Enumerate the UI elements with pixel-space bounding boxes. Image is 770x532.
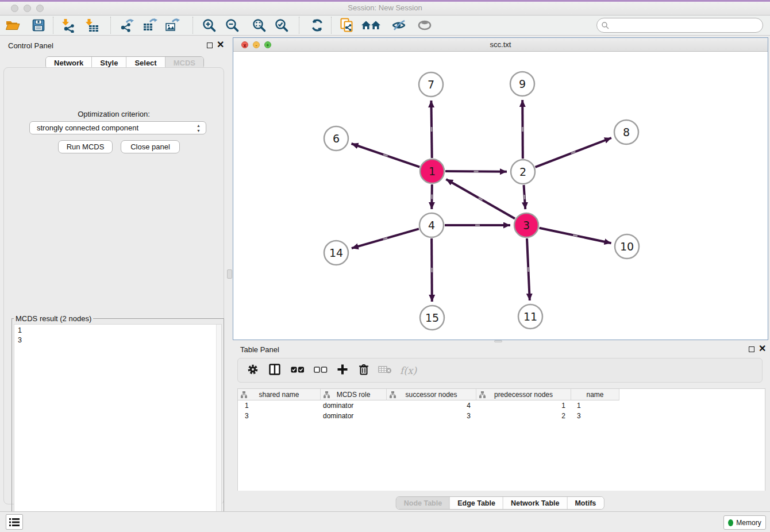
svg-text:14: 14: [329, 246, 343, 259]
column-header-shared-name[interactable]: shared name: [238, 389, 321, 400]
svg-text:9: 9: [519, 78, 526, 90]
cell-successor-nodes[interactable]: 4: [387, 400, 476, 411]
zoom-in-icon[interactable]: [202, 18, 217, 33]
node-11[interactable]: 11: [518, 304, 542, 329]
clone-network-icon[interactable]: [339, 18, 354, 33]
close-panel-icon[interactable]: ✕: [217, 41, 224, 49]
svg-text:3: 3: [523, 219, 530, 232]
svg-text:11: 11: [523, 310, 537, 323]
export-network-icon[interactable]: [120, 18, 134, 33]
function-builder-icon[interactable]: f(x): [400, 365, 417, 376]
svg-text:2: 2: [519, 165, 526, 178]
save-session-icon[interactable]: [31, 18, 46, 33]
mcds-result-group: MCDS result (2 nodes) 13: [11, 314, 224, 531]
node-table[interactable]: shared nameMCDS rolesuccessor nodesprede…: [237, 388, 765, 491]
node-1[interactable]: 1: [420, 159, 444, 183]
home-apply-layout-icon[interactable]: [361, 18, 382, 33]
deselect-all-columns-icon[interactable]: [314, 365, 328, 376]
criterion-dropdown[interactable]: strongly connected component ▲▼: [29, 121, 206, 134]
svg-text:6: 6: [333, 132, 340, 145]
memory-status-dot: [728, 519, 733, 526]
refresh-view-icon[interactable]: [310, 18, 325, 33]
delete-column-icon[interactable]: [358, 364, 369, 377]
svg-text:10: 10: [620, 240, 634, 253]
close-panel-button[interactable]: Close panel: [121, 140, 180, 153]
search-input[interactable]: [612, 19, 759, 32]
column-model-icon: [390, 391, 396, 398]
show-graphics-details-icon[interactable]: [417, 18, 432, 33]
table-row[interactable]: 3dominator323: [238, 411, 765, 421]
table-row[interactable]: 1dominator411: [238, 400, 765, 411]
export-image-icon[interactable]: [165, 18, 180, 33]
tab-mcds[interactable]: MCDS: [165, 57, 203, 68]
run-mcds-button[interactable]: Run MCDS: [58, 140, 113, 153]
delete-table-icon[interactable]: [378, 364, 392, 377]
column-header-MCDS-role[interactable]: MCDS role: [321, 389, 387, 400]
tab-network-table[interactable]: Network Table: [503, 497, 568, 509]
export-table-icon[interactable]: [143, 18, 157, 33]
cell-predecessor-nodes[interactable]: 2: [476, 411, 571, 421]
tab-network[interactable]: Network: [46, 57, 92, 68]
zoom-fit-icon[interactable]: [252, 18, 267, 33]
node-10[interactable]: 10: [615, 234, 639, 259]
window-titlebar: Session: New Session: [0, 0, 770, 16]
toolbar-separator: [110, 17, 111, 34]
column-header-successor-nodes[interactable]: successor nodes: [387, 389, 476, 400]
task-history-button[interactable]: [6, 514, 23, 530]
float-panel-icon[interactable]: [207, 43, 213, 48]
hide-graphics-details-icon[interactable]: [391, 18, 406, 33]
cell-shared-name[interactable]: 1: [238, 400, 321, 411]
select-all-columns-icon[interactable]: [291, 365, 305, 376]
column-header-name[interactable]: name: [571, 389, 619, 400]
result-scrollbar[interactable]: [216, 325, 221, 529]
node-6[interactable]: 6: [324, 126, 348, 151]
column-header-label: successor nodes: [405, 391, 457, 399]
vertical-splitter-grip[interactable]: [227, 269, 232, 279]
node-7[interactable]: 7: [419, 72, 443, 97]
import-network-icon[interactable]: [61, 18, 76, 33]
node-2[interactable]: 2: [511, 160, 535, 184]
zoom-selected-icon[interactable]: [274, 18, 289, 33]
add-column-icon[interactable]: [337, 364, 348, 377]
cell-MCDS-role[interactable]: dominator: [321, 411, 387, 421]
open-file-icon[interactable]: [5, 18, 20, 33]
tab-style[interactable]: Style: [92, 57, 126, 68]
node-4[interactable]: 4: [419, 213, 444, 237]
node-8[interactable]: 8: [614, 120, 638, 144]
settings-gear-icon[interactable]: [247, 364, 259, 377]
column-header-label: shared name: [259, 391, 299, 399]
cell-shared-name[interactable]: 3: [238, 411, 321, 421]
tab-motifs[interactable]: Motifs: [567, 497, 603, 509]
header-filler: [619, 389, 765, 400]
control-panel: Control Panel ✕ NetworkStyleSelectMCDS O…: [0, 37, 228, 511]
cell-successor-nodes[interactable]: 3: [387, 411, 476, 421]
column-layout-icon[interactable]: [269, 364, 280, 377]
import-table-icon[interactable]: [84, 18, 99, 33]
zoom-out-icon[interactable]: [225, 18, 240, 33]
tab-edge-table[interactable]: Edge Table: [450, 497, 503, 509]
node-15[interactable]: 15: [420, 306, 444, 330]
cell-name[interactable]: 1: [571, 400, 619, 411]
column-header-label: predecessor nodes: [494, 391, 553, 399]
network-canvas[interactable]: 1234678910111415: [233, 52, 768, 340]
mcds-result-title: MCDS result (2 nodes): [14, 314, 93, 323]
horizontal-splitter-grip[interactable]: [494, 340, 502, 342]
mcds-result-textarea[interactable]: 13: [14, 324, 222, 529]
column-header-predecessor-nodes[interactable]: predecessor nodes: [476, 389, 571, 400]
node-14[interactable]: 14: [324, 241, 348, 265]
cell-predecessor-nodes[interactable]: 1: [476, 400, 571, 411]
tab-select[interactable]: Select: [126, 57, 165, 68]
node-9[interactable]: 9: [510, 72, 534, 96]
column-model-icon: [479, 391, 486, 398]
search-icon: [602, 22, 609, 29]
close-table-panel-icon[interactable]: ✕: [759, 345, 766, 353]
column-header-label: MCDS role: [337, 391, 371, 399]
toolbar-separator: [192, 17, 193, 34]
toolbar-separator: [299, 17, 299, 34]
float-table-panel-icon[interactable]: [749, 346, 754, 352]
tab-node-table[interactable]: Node Table: [396, 497, 450, 509]
memory-button[interactable]: Memory: [723, 515, 766, 530]
cell-MCDS-role[interactable]: dominator: [321, 400, 387, 411]
cell-name[interactable]: 3: [571, 411, 619, 421]
node-3[interactable]: 3: [514, 213, 538, 237]
